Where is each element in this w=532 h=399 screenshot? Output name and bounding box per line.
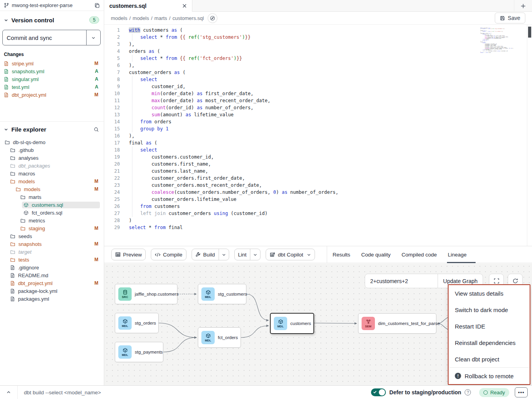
minimap[interactable]: with customers as ( select * from {{ ref… — [480, 28, 513, 55]
code-line[interactable]: 29select * from final — [104, 224, 532, 231]
tree-item-macros[interactable]: macros — [0, 170, 104, 177]
changed-file-row[interactable]: stripe.ymlM — [0, 60, 104, 67]
code-line[interactable]: 12 count(order_id) as number_of_orders, — [104, 104, 532, 111]
open-docs-icon[interactable] — [208, 13, 217, 23]
file-explorer-header[interactable]: File explorer — [0, 122, 104, 136]
tree-item--gitignore[interactable]: .gitignore — [0, 264, 104, 271]
tree-item--github[interactable]: .github — [0, 146, 104, 154]
code-line[interactable]: 9 customer_id, — [104, 83, 532, 90]
code-line[interactable]: 19 customers.customer_id, — [104, 153, 532, 161]
changed-file-row[interactable]: snapshots.ymlA — [0, 67, 104, 75]
editor-scrollbar-thumb[interactable] — [528, 27, 531, 38]
tree-item-dbt-project-yml[interactable]: dbt_project.ymlM — [0, 279, 104, 287]
code-line[interactable]: 13 sum(amount) as lifetime_value — [104, 111, 532, 118]
compile-button[interactable]: Compile — [151, 249, 186, 260]
dbt-copilot-button[interactable]: dbt Copilot — [266, 249, 315, 260]
code-line[interactable]: 27 left join customer_orders using (cust… — [104, 210, 532, 217]
tree-item-marts[interactable]: marts — [0, 193, 104, 201]
menu-item-reinstall-dependencies[interactable]: Reinstall dependencies — [449, 334, 530, 351]
lineage-search-input[interactable]: 2+customers+2 — [365, 274, 438, 288]
menu-item-view-status-details[interactable]: View status details — [449, 285, 530, 302]
breadcrumb-item[interactable]: marts — [154, 15, 167, 21]
copy-branch-icon[interactable] — [94, 3, 100, 8]
menu-item-clean-dbt-project[interactable]: Clean dbt project — [449, 351, 530, 367]
menu-item-switch-to-dark-mode[interactable]: Switch to dark mode — [449, 302, 530, 318]
tree-item-models[interactable]: modelsM — [0, 185, 104, 193]
tree-item-customers-sql[interactable]: customers.sql — [0, 201, 104, 209]
code-line[interactable]: 2 select * from {{ ref('stg_customers')}… — [104, 34, 532, 41]
breadcrumb-item[interactable]: customers.sql — [172, 15, 204, 21]
tree-item-snapshots[interactable]: snapshotsM — [0, 240, 104, 248]
tree-item-models[interactable]: modelsM — [0, 177, 104, 185]
menu-item-rollback-to-remote[interactable]: !Rollback to remote — [449, 368, 530, 384]
code-line[interactable]: 1with customers as ( — [104, 27, 532, 34]
tree-item-fct-orders-sql[interactable]: fct_orders.sql — [0, 209, 104, 217]
menu-item-restart-ide[interactable]: Restart IDE — [449, 318, 530, 334]
code-line[interactable]: 22 customer_orders.first_order_date, — [104, 175, 532, 182]
lineage-node-stg_customers[interactable]: MDLstg_customers — [198, 284, 246, 304]
code-line[interactable]: 26 from customers — [104, 203, 532, 210]
code-line[interactable]: 11 max(order_date) as most_recent_order_… — [104, 97, 532, 104]
defer-toggle[interactable] — [371, 388, 386, 396]
code-line[interactable]: 14 from orders — [104, 118, 532, 125]
tree-item-tests[interactable]: testsM — [0, 256, 104, 264]
tree-item-readme-md[interactable]: README.md — [0, 271, 104, 279]
code-line[interactable]: 5 select * from {{ ref('fct_orders')}} — [104, 55, 532, 62]
code-line[interactable]: 6), — [104, 62, 532, 69]
expand-console-icon[interactable] — [0, 386, 18, 399]
code-line[interactable]: 28) — [104, 217, 532, 224]
lineage-node-stg_payments[interactable]: MDLstg_payments — [115, 342, 163, 362]
tree-item-staging[interactable]: stagingM — [0, 224, 104, 232]
tree-item-packages-yml[interactable]: packages.yml — [0, 295, 104, 303]
tree-item-dbt-packages[interactable]: dbt_packages — [0, 162, 104, 170]
code-line[interactable]: 21 customers.last_name, — [104, 168, 532, 175]
lineage-panel[interactable]: SRCjaffle_shop.customersMDLstg_customers… — [104, 264, 532, 385]
code-line[interactable]: 15 group by 1 — [104, 125, 532, 132]
tab-compiled-code[interactable]: Compiled code — [396, 246, 442, 263]
lineage-node-stg_orders[interactable]: MDLstg_orders — [115, 313, 159, 333]
save-button[interactable]: Save — [495, 13, 525, 23]
code-line[interactable]: 23 customer_orders.most_recent_order_dat… — [104, 182, 532, 189]
code-line[interactable]: 25 customer_orders.lifetime_value — [104, 196, 532, 203]
version-control-header[interactable]: Version control 5 — [0, 11, 104, 26]
code-line[interactable]: 8 select — [104, 76, 532, 83]
build-button[interactable]: Build — [192, 249, 229, 260]
editor-scrollbar[interactable] — [527, 25, 532, 246]
code-line[interactable]: 20 customers.first_name, — [104, 161, 532, 168]
code-line[interactable]: 24 coalesce(customer_orders.number_of_or… — [104, 189, 532, 196]
tab-results[interactable]: Results — [327, 246, 356, 263]
tree-item-db-sl-qs-demo[interactable]: db-sl-qs-demo — [0, 138, 104, 146]
tree-item-seeds[interactable]: seeds — [0, 232, 104, 240]
breadcrumb-item[interactable]: models — [133, 15, 149, 21]
code-line[interactable]: 7customer_orders as ( — [104, 69, 532, 76]
code-line[interactable]: 18 select — [104, 146, 532, 153]
tab-lineage[interactable]: Lineage — [442, 246, 472, 263]
close-tab-icon[interactable] — [182, 4, 187, 8]
build-options-chevron[interactable] — [219, 249, 229, 260]
breadcrumb-item[interactable]: models — [111, 15, 127, 21]
tree-item-analyses[interactable]: analyses — [0, 154, 104, 162]
code-line[interactable]: 4orders as ( — [104, 48, 532, 55]
tree-item-package-lock-yml[interactable]: package-lock.yml — [0, 287, 104, 295]
code-editor[interactable]: 1with customers as (2 select * from {{ r… — [104, 24, 532, 246]
code-line[interactable]: 17final as ( — [104, 139, 532, 146]
commit-and-sync-button[interactable]: Commit and sync — [2, 30, 101, 45]
changed-file-row[interactable]: dbt_project.ymlM — [0, 91, 104, 99]
tree-item-metrics[interactable]: metrics — [0, 217, 104, 224]
preview-button[interactable]: Preview — [111, 249, 146, 260]
help-icon[interactable]: ? — [465, 389, 471, 395]
tree-item-target[interactable]: target — [0, 248, 104, 256]
code-line[interactable]: 16), — [104, 132, 532, 139]
lint-button[interactable]: Lint — [234, 249, 261, 260]
lineage-node-dim[interactable]: SEMdim_customers_test_for_parse — [358, 313, 436, 334]
changed-file-row[interactable]: singular.ymlA — [0, 75, 104, 83]
new-tab-button[interactable] — [514, 0, 532, 12]
lint-options-chevron[interactable] — [250, 249, 260, 260]
lineage-node-jaffle[interactable]: SRCjaffle_shop.customers — [115, 284, 177, 304]
changed-file-row[interactable]: test.ymlA — [0, 83, 104, 91]
tab-code-quality[interactable]: Code quality — [356, 246, 396, 263]
code-line[interactable]: 10 min(order_date) as first_order_date, — [104, 90, 532, 97]
search-icon[interactable] — [94, 127, 99, 132]
lineage-node-customers[interactable]: MDLcustomers — [270, 313, 314, 334]
more-options-button[interactable]: ••• — [515, 387, 528, 397]
